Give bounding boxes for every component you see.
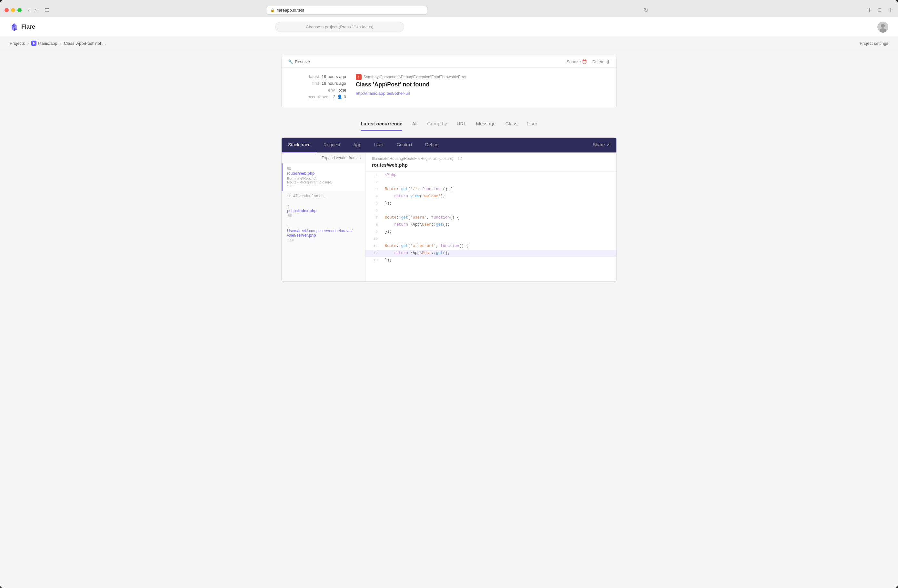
browser-actions: ⬆ □ — [864, 6, 884, 14]
app-name: Flare — [21, 23, 35, 30]
vendor-frames-label: 47 vendor frames... — [293, 194, 326, 198]
project-settings-link[interactable]: Project settings — [860, 41, 888, 46]
svg-point-7 — [881, 24, 885, 28]
frame-item[interactable]: 50 routes/web.php Illuminate\Routing\Rou… — [281, 163, 365, 191]
stack-frames: Expand vendor frames 50 routes/web.php I… — [281, 152, 366, 281]
app-window: Flare Choose a project (Press "/" to foc… — [0, 17, 898, 588]
breadcrumb-projects-link[interactable]: Projects — [10, 41, 25, 46]
fullscreen-button[interactable] — [17, 8, 22, 12]
latest-label: latest — [309, 74, 319, 79]
top-nav: Flare Choose a project (Press "/" to foc… — [0, 17, 898, 37]
occurrence-tabs: Latest occurrence All Group by URL Messa… — [281, 116, 617, 131]
frame-line: :12 — [287, 184, 361, 188]
frame-file: public/index.php — [287, 209, 361, 213]
group-by-label: Group by — [427, 121, 447, 131]
lock-icon: 🔒 — [270, 8, 275, 12]
breadcrumb-project: F titanic.app — [31, 41, 57, 46]
code-file-header: Illuminate\Routing\RouteFileRegistrar::{… — [366, 152, 617, 172]
user-avatar[interactable] — [877, 21, 888, 32]
search-placeholder: Choose a project (Press "/" to focus) — [306, 25, 373, 29]
exception-icon: ! — [356, 74, 361, 80]
resolve-button[interactable]: 🔧 Resolve — [288, 59, 310, 64]
share-browser-button[interactable]: ⬆ — [864, 6, 874, 14]
new-tab-button[interactable]: + — [887, 6, 893, 14]
user-icon: 👤 — [337, 94, 342, 99]
code-line: 3 Route::get('/', function () { — [366, 186, 617, 193]
tab-user-stack[interactable]: User — [368, 138, 390, 152]
breadcrumb-project-link[interactable]: titanic.app — [38, 41, 57, 46]
code-area: 1 <?php 2 3 Route::get('/', function () … — [366, 172, 617, 264]
code-line: 8 return \App\User::get(); — [366, 221, 617, 229]
frame-number: 2 — [287, 204, 361, 208]
tab-url[interactable]: URL — [457, 121, 466, 131]
tab-stack-trace[interactable]: Stack trace — [281, 138, 317, 152]
sidebar-toggle-button[interactable]: ☰ — [42, 6, 52, 14]
project-search-bar[interactable]: Choose a project (Press "/" to focus) — [275, 22, 404, 32]
code-line: 13 }); — [366, 257, 617, 264]
frame-file: routes/web.php — [287, 171, 361, 176]
address-bar[interactable]: 🔒 flareapp.io.test — [266, 6, 427, 14]
tab-debug[interactable]: Debug — [419, 138, 445, 152]
env-label: env — [328, 88, 335, 92]
logo-link[interactable]: Flare — [10, 23, 35, 32]
frame-number: 1 — [287, 224, 361, 228]
latest-value: 19 hours ago — [321, 74, 346, 79]
forward-button[interactable]: › — [33, 6, 38, 14]
traffic-lights — [5, 8, 22, 12]
frame-number: 50 — [287, 167, 361, 170]
tab-request[interactable]: Request — [317, 138, 347, 152]
code-panel: Illuminate\Routing\RouteFileRegistrar::{… — [366, 152, 617, 281]
reload-button[interactable]: ↻ — [642, 6, 650, 14]
breadcrumb-current: Class 'App\Post' not ... — [64, 41, 106, 46]
breadcrumb-sep-2: › — [60, 41, 61, 46]
code-line-highlighted: 12 return \App\Post::get(); — [366, 250, 617, 257]
delete-button[interactable]: Delete 🗑 — [592, 59, 610, 64]
snooze-icon: ⏰ — [582, 59, 587, 64]
project-icon: F — [31, 41, 37, 46]
code-line: 1 <?php — [366, 172, 617, 179]
tab-app[interactable]: App — [347, 138, 368, 152]
tab-user[interactable]: User — [527, 121, 537, 131]
tab-context[interactable]: Context — [390, 138, 419, 152]
tab-message[interactable]: Message — [476, 121, 496, 131]
url-display: flareapp.io.test — [277, 8, 304, 12]
expand-vendor-link[interactable]: Expand vendor frames — [321, 156, 361, 160]
flare-logo-icon — [10, 23, 19, 32]
occurrences-value: 2 👤 0 — [333, 94, 346, 99]
error-card-toolbar: 🔧 Resolve Snooze ⏰ Delete 🗑 — [281, 56, 617, 68]
snooze-button[interactable]: Snooze ⏰ — [566, 59, 587, 64]
meta-env: env local — [288, 88, 346, 92]
vendor-frames-group[interactable]: ⚙ 47 vendor frames... — [281, 191, 365, 201]
env-value: local — [337, 88, 346, 92]
tab-latest-occurrence[interactable]: Latest occurrence — [361, 121, 402, 131]
breadcrumb-sep-1: › — [28, 41, 29, 46]
error-url[interactable]: http://titanic.app.test/other-url — [356, 91, 410, 96]
meta-first: first 19 hours ago — [288, 81, 346, 86]
exception-path: ! Symfony\Component\Debug\Exception\Fata… — [356, 74, 610, 80]
code-line: 5 }); — [366, 200, 617, 207]
minimize-button[interactable] — [11, 8, 15, 12]
frame-line: :55 — [287, 214, 361, 218]
close-button[interactable] — [5, 8, 9, 12]
card-actions: Snooze ⏰ Delete 🗑 — [566, 59, 610, 64]
tab-class[interactable]: Class — [506, 121, 518, 131]
browser-chrome: ‹ › ☰ 🔒 flareapp.io.test ↻ ⬆ □ + — [0, 0, 898, 17]
frame-item[interactable]: 1 Users/freek/.composer/vendor/laravel/v… — [281, 221, 365, 245]
frame-item[interactable]: 2 public/index.php :55 — [281, 201, 365, 221]
stack-header: Stack trace Request App User Context Deb… — [281, 138, 617, 152]
wrench-icon: 🔧 — [288, 59, 293, 64]
avatar-icon — [877, 21, 888, 32]
back-button[interactable]: ‹ — [26, 6, 32, 14]
meta-latest: latest 19 hours ago — [288, 74, 346, 79]
frame-file: Users/freek/.composer/vendor/laravel/val… — [287, 229, 361, 238]
first-label: first — [312, 81, 319, 86]
error-title: Class 'App\Post' not found — [356, 81, 610, 88]
error-main: ! Symfony\Component\Debug\Exception\Fata… — [356, 74, 610, 101]
stack-panel: Stack trace Request App User Context Deb… — [281, 137, 617, 282]
code-line: 4 return view('welome'); — [366, 193, 617, 200]
tab-all[interactable]: All — [412, 121, 417, 131]
frame-class: Illuminate\Routing\RouteFileRegistrar::{… — [287, 177, 361, 184]
tab-share[interactable]: Share ↗ — [586, 138, 617, 152]
code-file-name: routes/web.php — [372, 162, 610, 167]
new-window-button[interactable]: □ — [876, 6, 884, 14]
